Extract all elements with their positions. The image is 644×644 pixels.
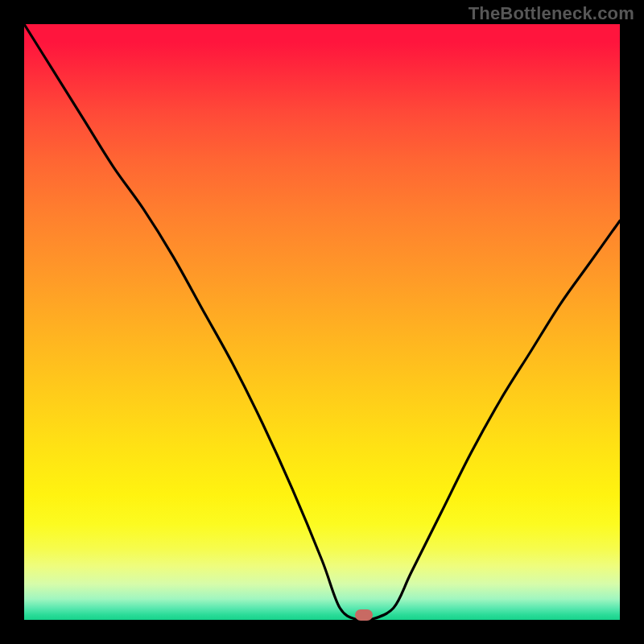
chart-frame: TheBottleneck.com	[0, 0, 644, 644]
optimal-point-marker	[355, 609, 373, 621]
plot-area	[24, 24, 620, 620]
bottleneck-curve	[24, 24, 620, 620]
watermark-text: TheBottleneck.com	[469, 3, 634, 24]
